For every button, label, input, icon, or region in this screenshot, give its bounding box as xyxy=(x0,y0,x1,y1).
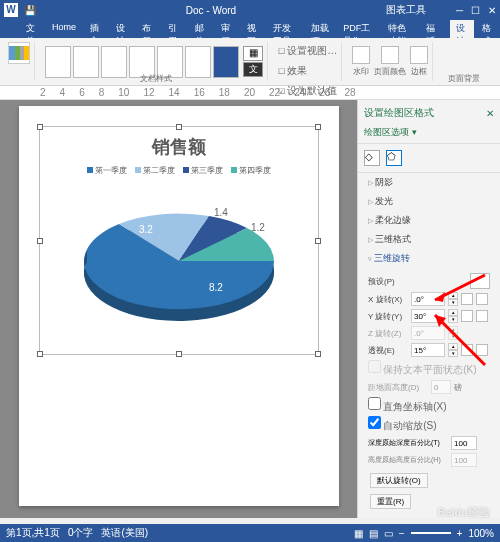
view-icon[interactable]: ▦ xyxy=(354,528,363,539)
resize-handle[interactable] xyxy=(315,124,321,130)
ribbon-tab[interactable]: 邮件 xyxy=(189,20,213,38)
zoom-in-icon[interactable]: + xyxy=(457,528,463,539)
status-words[interactable]: 0个字 xyxy=(68,526,94,540)
ribbon-tab[interactable]: 开发工具 xyxy=(267,20,303,38)
rot-icon[interactable] xyxy=(476,293,488,305)
fill-tab-icon[interactable]: ◇ xyxy=(364,150,380,166)
xrot-input[interactable] xyxy=(411,292,445,306)
data-label: 8.2 xyxy=(209,282,223,293)
autoscale-checkbox[interactable] xyxy=(368,416,381,429)
style-thumb[interactable] xyxy=(213,46,239,78)
window-minimize-icon[interactable]: ─ xyxy=(456,5,463,16)
font-button[interactable]: 文 xyxy=(243,62,263,77)
zoom-slider[interactable] xyxy=(411,532,451,534)
resize-handle[interactable] xyxy=(37,351,43,357)
horizontal-ruler[interactable]: 246810121416182022242628 xyxy=(0,86,500,100)
resize-handle[interactable] xyxy=(315,238,321,244)
zoom-out-icon[interactable]: − xyxy=(399,528,405,539)
ribbon-tab[interactable]: 设计 xyxy=(110,20,134,38)
ribbon-tab[interactable]: 格式 xyxy=(476,20,500,38)
resize-handle[interactable] xyxy=(315,351,321,357)
ribbon-tab[interactable]: 特色功能 xyxy=(382,20,418,38)
section-rot3d[interactable]: 三维旋转 xyxy=(358,249,500,268)
pane-subtitle[interactable]: 绘图区选项 ▾ xyxy=(358,126,500,144)
legend-item[interactable]: 第四季度 xyxy=(231,165,271,176)
section-glow[interactable]: 发光 xyxy=(358,192,500,211)
watermark-icon[interactable] xyxy=(352,46,370,64)
rot-icon[interactable] xyxy=(461,293,473,305)
ribbon-option[interactable]: ☐ 设置视图… xyxy=(278,44,337,58)
document-area[interactable]: 销售额 第一季度第二季度第三季度第四季度 8.2 3.2 xyxy=(0,100,357,518)
window-close-icon[interactable]: ✕ xyxy=(488,5,496,16)
ribbon-tab[interactable]: Home xyxy=(46,20,82,38)
rightangle-checkbox[interactable] xyxy=(368,397,381,410)
chart-style-button[interactable] xyxy=(8,42,30,64)
ribbon-option[interactable]: ☑ 设为默认值 xyxy=(278,84,337,98)
legend-item[interactable]: 第三季度 xyxy=(183,165,223,176)
spin-down[interactable]: ▾ xyxy=(448,350,458,357)
legend-item[interactable]: 第二季度 xyxy=(135,165,175,176)
yrot-input[interactable] xyxy=(411,309,445,323)
yrot-label: Y 旋转(Y) xyxy=(368,311,408,322)
persp-input[interactable] xyxy=(411,343,445,357)
ribbon-tab[interactable]: 视图 xyxy=(241,20,265,38)
depth-input[interactable] xyxy=(451,436,477,450)
resize-handle[interactable] xyxy=(37,124,43,130)
rot-icon[interactable] xyxy=(476,310,488,322)
style-thumb[interactable] xyxy=(45,46,71,78)
ribbon-tab[interactable]: 文件 xyxy=(20,20,44,38)
ribbon-tab[interactable]: 福昕P xyxy=(420,20,448,38)
spin-down[interactable]: ▾ xyxy=(448,316,458,323)
view-icon[interactable]: ▤ xyxy=(369,528,378,539)
chart-object[interactable]: 销售额 第一季度第二季度第三季度第四季度 8.2 3.2 xyxy=(39,126,319,355)
section-soft[interactable]: 柔化边缘 xyxy=(358,211,500,230)
preset-dropdown[interactable] xyxy=(470,273,490,289)
layout-button[interactable]: ▦ xyxy=(243,46,263,61)
ribbon-tab[interactable]: 设计 xyxy=(450,20,474,38)
rot-icon[interactable] xyxy=(461,310,473,322)
view-icon[interactable]: ▭ xyxy=(384,528,393,539)
rot-icon[interactable] xyxy=(461,344,473,356)
zoom-level[interactable]: 100% xyxy=(468,528,494,539)
style-thumb[interactable] xyxy=(185,46,211,78)
border-icon[interactable] xyxy=(410,46,428,64)
ribbon-tab[interactable]: PDF工具集 xyxy=(337,20,379,38)
page: 销售额 第一季度第二季度第三季度第四季度 8.2 3.2 xyxy=(19,106,339,506)
ribbon-tab[interactable]: 插入 xyxy=(84,20,108,38)
page-color-icon[interactable] xyxy=(381,46,399,64)
rot-icon[interactable] xyxy=(476,344,488,356)
spin-up[interactable]: ▴ xyxy=(448,292,458,299)
ribbon-tab[interactable]: 审阅 xyxy=(215,20,239,38)
section-shadow[interactable]: 阴影 xyxy=(358,173,500,192)
chart-title[interactable]: 销售额 xyxy=(48,135,310,159)
default-rotation-button[interactable]: 默认旋转(O) xyxy=(370,473,428,488)
legend-item[interactable]: 第一季度 xyxy=(87,165,127,176)
style-thumb[interactable] xyxy=(73,46,99,78)
ribbon-option[interactable]: ☐ 效果 xyxy=(278,64,307,78)
section-fmt3d[interactable]: 三维格式 xyxy=(358,230,500,249)
qat-save-icon[interactable]: 💾 xyxy=(24,5,36,16)
pie-chart[interactable]: 8.2 3.2 1.4 1.2 xyxy=(59,186,299,336)
status-bar: 第1页,共1页 0个字 英语(美国) ▦ ▤ ▭ − + 100% xyxy=(0,524,500,542)
ribbon-tab[interactable]: 布局 xyxy=(136,20,160,38)
ribbon-tab[interactable]: 引用 xyxy=(162,20,186,38)
window-restore-icon[interactable]: ☐ xyxy=(471,5,480,16)
status-lang[interactable]: 英语(美国) xyxy=(101,526,148,540)
spin-down[interactable]: ▾ xyxy=(448,299,458,306)
spin-up[interactable]: ▴ xyxy=(448,309,458,316)
document-title: Doc - Word xyxy=(36,5,386,16)
persp-label: 透视(E) xyxy=(368,345,408,356)
resize-handle[interactable] xyxy=(176,124,182,130)
resize-handle[interactable] xyxy=(176,351,182,357)
ribbon-tab[interactable]: 加载项 xyxy=(305,20,335,38)
pane-close-icon[interactable]: ✕ xyxy=(486,108,494,119)
resize-handle[interactable] xyxy=(37,238,43,244)
chart-legend[interactable]: 第一季度第二季度第三季度第四季度 xyxy=(48,165,310,176)
reset-button[interactable]: 重置(R) xyxy=(370,494,411,509)
status-page[interactable]: 第1页,共1页 xyxy=(6,526,60,540)
spin-up[interactable]: ▴ xyxy=(448,343,458,350)
word-logo: W xyxy=(4,3,18,17)
style-thumb[interactable] xyxy=(101,46,127,78)
xrot-label: X 旋转(X) xyxy=(368,294,408,305)
effects-tab-icon[interactable]: ⬠ xyxy=(386,150,402,166)
